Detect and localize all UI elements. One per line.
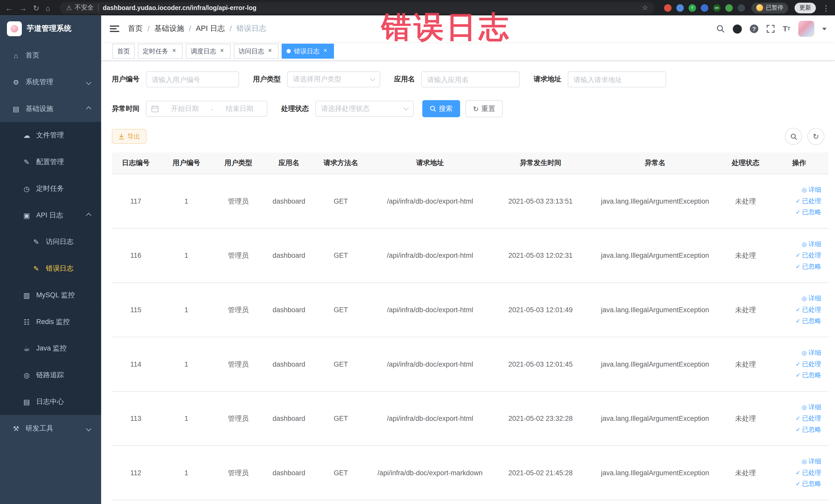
cell-url: /api/infra/db-doc/export-html — [368, 251, 493, 259]
cell-status: 未处理 — [721, 305, 770, 315]
extension-dark-paw-icon[interactable] — [737, 4, 745, 12]
sidebar-item-dev-tools[interactable]: ⚒研发工具 — [0, 415, 101, 442]
sidebar-item-file[interactable]: ☁文件管理 — [0, 122, 101, 149]
sidebar-item-java[interactable]: ☕Java 监控 — [0, 335, 101, 362]
close-icon[interactable]: × — [170, 47, 178, 55]
fullscreen-icon[interactable] — [766, 24, 775, 33]
toggle-search-button[interactable] — [785, 128, 802, 145]
sidebar-item-access-log[interactable]: ✎访问日志 — [0, 228, 101, 255]
search-icon[interactable] — [716, 24, 725, 33]
table-row: 1151管理员dashboardGET/api/infra/db-doc/exp… — [112, 283, 829, 337]
chevron-down-icon[interactable] — [822, 27, 827, 30]
cell-actions: ◎详细✓已处理✓已忽略 — [770, 294, 829, 325]
action-detail-link[interactable]: ◎详细 — [802, 348, 821, 357]
paused-badge[interactable]: 已暂停 — [751, 2, 788, 13]
request-url-input[interactable] — [568, 72, 666, 87]
sidebar-item-error-log[interactable]: ✎错误日志 — [0, 255, 101, 282]
extension-blue-grid-icon[interactable] — [701, 4, 708, 12]
sidebar-item-mysql[interactable]: ▥MySQL 监控 — [0, 282, 101, 309]
github-icon[interactable] — [733, 24, 742, 33]
action-detail-link[interactable]: ◎详细 — [802, 403, 821, 412]
app-name-input[interactable] — [421, 72, 520, 87]
exception-time-range-picker[interactable]: 开始日期 - 结束日期 — [146, 101, 267, 117]
tab-首页[interactable]: 首页 — [113, 44, 135, 59]
cell-user_id: 1 — [160, 251, 213, 259]
main-column: 首页 / 基础设施 / API 日志 / 错误日志 ? — [101, 15, 835, 504]
action-detail-link[interactable]: ◎详细 — [802, 457, 821, 466]
sidebar-item-infra[interactable]: ▤基础设施 — [0, 95, 101, 122]
cell-id: 116 — [112, 251, 160, 259]
extension-green-leaf-icon[interactable] — [726, 4, 733, 12]
search-button[interactable]: 搜索 — [422, 100, 460, 117]
column-header: 异常名 — [589, 152, 722, 174]
bookmark-star-icon[interactable]: ☆ — [642, 4, 648, 12]
cell-user_id: 1 — [160, 197, 213, 205]
user-id-input[interactable] — [146, 72, 239, 87]
tab-定时任务[interactable]: 定时任务× — [138, 44, 183, 59]
action-ignored-link[interactable]: ✓已忽略 — [795, 480, 821, 489]
update-button[interactable]: 更新 — [794, 2, 816, 13]
avatar[interactable] — [798, 21, 814, 37]
filter-row-2: 异常时间 开始日期 - 结束日期 — [112, 100, 824, 117]
action-ignored-link[interactable]: ✓已忽略 — [795, 371, 821, 380]
extension-blue-drop-icon[interactable] — [676, 4, 684, 12]
refresh-button[interactable]: ↻ — [807, 128, 824, 145]
browser-menu-icon[interactable]: ⋮ — [822, 3, 830, 12]
sidebar-item-api-log[interactable]: ▣API 日志 — [0, 202, 101, 228]
help-icon[interactable]: ? — [750, 24, 758, 33]
action-ignored-link[interactable]: ✓已忽略 — [795, 317, 821, 326]
sidebar-item-redis[interactable]: ☷Redis 监控 — [0, 308, 101, 335]
hamburger-icon[interactable] — [109, 26, 119, 32]
action-processed-link[interactable]: ✓已处理 — [795, 197, 821, 206]
action-detail-link[interactable]: ◎详细 — [802, 185, 821, 194]
action-ignored-link[interactable]: ✓已忽略 — [795, 425, 821, 434]
action-ignored-link[interactable]: ✓已忽略 — [795, 208, 821, 217]
user-type-select[interactable]: 请选择用户类型 — [287, 72, 380, 87]
logo-row[interactable]: 芋道管理系统 — [0, 15, 101, 42]
close-icon[interactable]: × — [322, 47, 329, 55]
cell-time: 2021-05-03 12:02:31 — [493, 251, 588, 259]
action-processed-link[interactable]: ✓已处理 — [795, 251, 821, 260]
reload-icon[interactable]: ↻ — [33, 4, 39, 12]
breadcrumb-infra[interactable]: 基础设施 — [154, 24, 184, 33]
action-detail-link[interactable]: ◎详细 — [802, 240, 821, 249]
action-processed-link[interactable]: ✓已处理 — [795, 360, 821, 369]
sidebar-item-log-center[interactable]: ▤日志中心 — [0, 388, 101, 415]
sidebar-item-home[interactable]: ⌂首页 — [0, 42, 101, 69]
tab-调度日志[interactable]: 调度日志× — [186, 44, 230, 59]
tab-访问日志[interactable]: 访问日志× — [234, 44, 279, 59]
cell-method: GET — [314, 306, 367, 314]
reset-button[interactable]: ↻ 重置 — [465, 100, 503, 117]
close-icon[interactable]: × — [219, 47, 226, 55]
action-ignored-link[interactable]: ✓已忽略 — [795, 262, 821, 271]
action-detail-link[interactable]: ◎详细 — [802, 294, 821, 303]
sidebar-item-trace[interactable]: ◎链路追踪 — [0, 362, 101, 388]
column-header: 应用名 — [264, 152, 314, 174]
back-icon[interactable]: ← — [5, 4, 13, 12]
action-processed-link[interactable]: ✓已处理 — [795, 305, 821, 314]
sidebar-item-job[interactable]: ◷定时任务 — [0, 175, 101, 202]
extension-red-icon[interactable] — [664, 4, 672, 12]
sidebar-item-system[interactable]: ⚙系统管理 — [0, 69, 101, 96]
breadcrumb-home[interactable]: 首页 — [128, 24, 143, 33]
breadcrumb-api-log[interactable]: API 日志 — [196, 24, 225, 33]
close-icon[interactable]: × — [266, 47, 273, 55]
home-icon[interactable]: ⌂ — [46, 4, 50, 12]
error-log-table: 日志编号用户编号用户类型应用名请求方法名请求地址异常发生时间异常名处理状态操作 … — [112, 152, 829, 500]
process-status-select[interactable]: 请选择处理状态 — [315, 101, 414, 117]
sidebar-item-label: 配置管理 — [36, 157, 64, 167]
extension-green-y-icon[interactable]: Y — [689, 4, 696, 12]
extension-dark-on-icon[interactable]: on — [713, 4, 720, 12]
tab-错误日志[interactable]: 错误日志× — [282, 44, 334, 59]
action-processed-link[interactable]: ✓已处理 — [795, 414, 821, 423]
url-bar[interactable]: ⚠ 不安全 dashboard.yudao.iocoder.cn/infra/l… — [60, 2, 655, 14]
security-chip[interactable]: ⚠ 不安全 — [66, 3, 94, 12]
cell-status: 未处理 — [721, 250, 770, 260]
forward-icon[interactable]: → — [19, 4, 27, 12]
sidebar-item-label: 访问日志 — [46, 237, 74, 246]
font-size-icon[interactable]: TT — [783, 24, 790, 33]
action-processed-link[interactable]: ✓已处理 — [795, 468, 821, 477]
sidebar-item-config[interactable]: ✎配置管理 — [0, 149, 101, 175]
export-button[interactable]: 导出 — [112, 129, 147, 144]
breadcrumb-separator: / — [230, 24, 232, 33]
